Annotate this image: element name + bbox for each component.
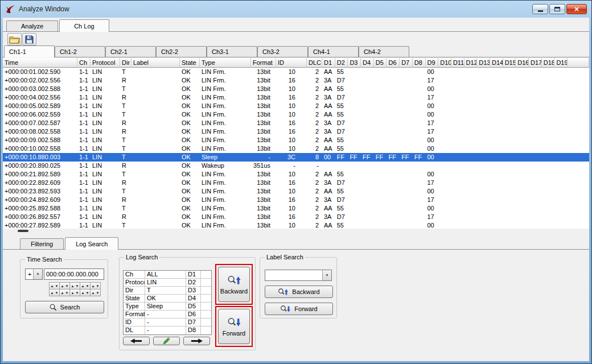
column-header-d6[interactable]: D6 (387, 58, 400, 68)
column-header-time[interactable]: Time (3, 58, 77, 68)
go-first-button[interactable] (123, 337, 150, 345)
spin-up-icon[interactable]: ▲ (61, 291, 64, 295)
spin-down-icon[interactable]: ▼ (65, 291, 69, 295)
column-header-ch[interactable]: Ch (77, 58, 91, 68)
table-row[interactable]: +000:00:25.892.5881-1LINTOKLIN Frm.13bit… (3, 204, 589, 213)
maximize-button[interactable] (549, 4, 565, 14)
tab-ch4-1[interactable]: Ch4-1 (308, 46, 359, 57)
table-row[interactable]: +000:00:24.892.6091-1LINROKLIN Frm.13bit… (3, 196, 589, 204)
spin-up-icon[interactable]: ▲ (51, 291, 54, 295)
column-header-state[interactable]: State (180, 58, 200, 68)
horizontal-scrollbar[interactable] (3, 229, 589, 234)
tab-log-search[interactable]: Log Search (65, 237, 118, 250)
criteria-d-value[interactable] (201, 271, 211, 279)
table-row[interactable]: +000:00:09.002.5881-1LINTOKLIN Frm.13bit… (3, 136, 589, 144)
column-header-d18[interactable]: D18 (542, 58, 555, 68)
column-header-format[interactable]: Format (251, 58, 276, 68)
column-header-d11[interactable]: D11 (451, 58, 464, 68)
spin-down-icon[interactable]: ▼ (86, 284, 89, 288)
tab-ch3-2[interactable]: Ch3-2 (257, 46, 308, 57)
criteria-value[interactable]: - (145, 326, 186, 334)
spin-down-icon[interactable]: ▼ (96, 284, 100, 288)
column-header-d9[interactable]: D9 (426, 58, 439, 68)
column-header-type[interactable]: Type (200, 58, 251, 68)
label-search-dropdown[interactable]: ▼ (265, 270, 332, 281)
time-sign-dropdown[interactable]: + ▼ (25, 268, 43, 280)
table-row[interactable]: +000:00:23.892.5931-1LINTOKLIN Frm.13bit… (3, 187, 589, 196)
tab-ch2-1[interactable]: Ch2-1 (105, 46, 156, 57)
column-header-d1[interactable]: D1 (322, 58, 335, 68)
column-header-d8[interactable]: D8 (413, 58, 426, 68)
column-header-d17[interactable]: D17 (529, 58, 542, 68)
time-spinner[interactable]: ▲▼ (49, 289, 60, 296)
table-row[interactable]: +000:00:06.002.5591-1LINTOKLIN Frm.13bit… (3, 110, 589, 119)
table-row[interactable]: +000:00:10.880.0031-1LINTOKSleep-3C800FF… (3, 153, 589, 162)
tab-ch-log[interactable]: Ch Log (59, 19, 109, 32)
spin-down-icon[interactable]: ▼ (96, 291, 100, 295)
column-header-d14[interactable]: D14 (490, 58, 503, 68)
column-header-protocol[interactable]: Protocol (91, 58, 120, 68)
criteria-value[interactable]: OK (145, 295, 186, 303)
column-header-d16[interactable]: D16 (516, 58, 529, 68)
table-row[interactable]: +000:00:07.002.5871-1LINROKLIN Frm.13bit… (3, 119, 589, 127)
spin-down-icon[interactable]: ▼ (86, 291, 89, 295)
column-header-label[interactable]: Label (131, 58, 180, 68)
go-next-button[interactable] (183, 337, 210, 345)
column-header-d5[interactable]: D5 (374, 58, 387, 68)
scrollbar-thumb[interactable] (18, 230, 28, 232)
spin-up-icon[interactable]: ▲ (92, 284, 95, 288)
table-row[interactable]: +000:00:08.002.5581-1LINROKLIN Frm.13bit… (3, 127, 589, 136)
criteria-value[interactable]: ALL (145, 271, 186, 279)
column-header-d4[interactable]: D4 (361, 58, 374, 68)
table-row[interactable]: +000:00:01.002.5901-1LINTOKLIN Frm.13bit… (3, 68, 589, 76)
criteria-d-value[interactable] (201, 287, 211, 295)
spin-down-icon[interactable]: ▼ (55, 291, 59, 295)
table-row[interactable]: +000:00:20.890.0251-1LINROKWakeup351us-- (3, 162, 589, 170)
tab-ch4-2[interactable]: Ch4-2 (359, 46, 409, 57)
time-search-input[interactable] (44, 268, 104, 280)
save-button[interactable] (22, 33, 36, 46)
criteria-value[interactable]: - (145, 318, 186, 326)
tab-ch1-1[interactable]: Ch1-1 (4, 46, 55, 57)
tab-filtering[interactable]: Filtering (20, 238, 64, 249)
criteria-value[interactable]: LIN (145, 279, 186, 287)
log-search-backward-button[interactable]: Backward (218, 267, 250, 302)
criteria-d-value[interactable] (201, 326, 211, 334)
column-header-id[interactable]: ID (276, 58, 307, 68)
spin-up-icon[interactable]: ▲ (71, 284, 75, 288)
minimize-button[interactable] (532, 4, 548, 14)
spin-down-icon[interactable]: ▼ (55, 284, 59, 288)
criteria-d-value[interactable] (201, 295, 211, 303)
column-header-d7[interactable]: D7 (400, 58, 413, 68)
table-row[interactable]: +000:00:27.892.5891-1LINTOKLIN Frm.13bit… (3, 221, 589, 229)
spin-down-icon[interactable]: ▼ (76, 284, 79, 288)
criteria-d-value[interactable] (201, 318, 211, 326)
time-spinner[interactable]: ▲▼ (90, 289, 101, 296)
log-table-body[interactable]: +000:00:01.002.5901-1LINTOKLIN Frm.13bit… (3, 68, 589, 229)
criteria-value[interactable]: - (145, 311, 186, 318)
criteria-value[interactable]: Sleep (145, 303, 186, 311)
column-header-d15[interactable]: D15 (503, 58, 516, 68)
column-header-dlc[interactable]: DLC (307, 58, 322, 68)
tab-ch1-2[interactable]: Ch1-2 (55, 46, 105, 57)
table-row[interactable]: +000:00:22.892.6091-1LINROKLIN Frm.13bit… (3, 179, 589, 187)
time-search-button[interactable]: Search (25, 301, 104, 313)
column-header-d12[interactable]: D12 (464, 58, 478, 68)
spin-down-icon[interactable]: ▼ (65, 284, 69, 288)
table-row[interactable]: +000:00:04.002.5561-1LINROKLIN Frm.13bit… (3, 93, 589, 102)
dropdown-arrow-icon[interactable]: ▼ (322, 270, 331, 280)
column-header-d13[interactable]: D13 (477, 58, 490, 68)
tab-analyze[interactable]: Analyze (6, 20, 58, 31)
time-spinner[interactable]: ▲▼ (80, 289, 91, 296)
time-spinner[interactable]: ▲▼ (69, 289, 80, 296)
close-button[interactable]: ✕ (566, 4, 587, 14)
criteria-d-value[interactable] (201, 279, 211, 287)
criteria-d-value[interactable] (201, 311, 211, 318)
tab-ch3-1[interactable]: Ch3-1 (207, 46, 257, 57)
spin-up-icon[interactable]: ▲ (81, 291, 85, 295)
label-search-backward-button[interactable]: Backward (265, 286, 333, 298)
column-header-d10[interactable]: D10 (438, 58, 451, 68)
criteria-value[interactable]: T (145, 287, 186, 295)
label-search-forward-button[interactable]: Forward (265, 303, 333, 315)
spin-up-icon[interactable]: ▲ (61, 284, 64, 288)
